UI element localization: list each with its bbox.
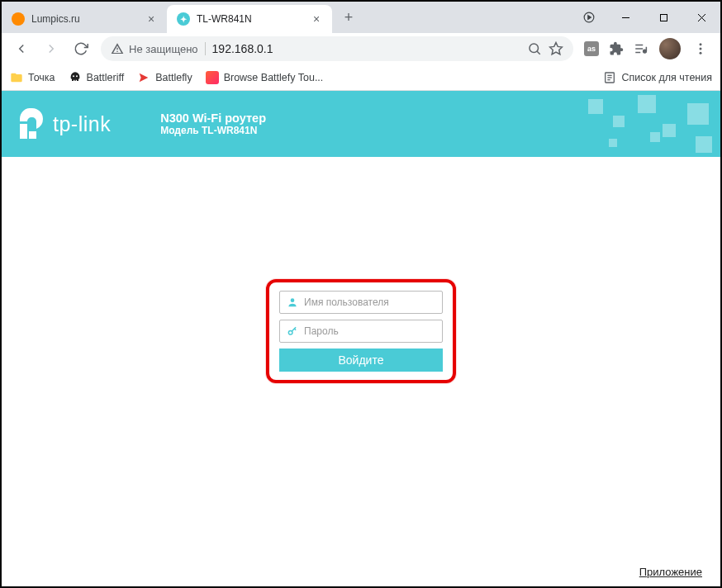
svg-rect-22 (29, 131, 36, 139)
battlefy-icon (206, 71, 219, 84)
svg-rect-25 (638, 95, 656, 113)
svg-point-31 (291, 298, 295, 302)
close-icon[interactable]: × (145, 13, 157, 25)
extensions-puzzle-icon[interactable] (605, 37, 628, 60)
bookmark-label: Browse Battlefy Tou... (224, 72, 324, 83)
divider (205, 42, 206, 55)
svg-rect-24 (613, 116, 625, 127)
svg-rect-29 (696, 136, 712, 153)
url-text: 192.168.0.1 (212, 42, 520, 55)
minimize-button[interactable] (606, 3, 644, 31)
lumpics-favicon-icon (12, 12, 25, 26)
address-row: Не защищено 192.168.0.1 as (2, 33, 720, 64)
bookmark-battlefy[interactable]: Browse Battlefy Tou... (206, 71, 324, 84)
bookmark-battleriff[interactable]: Battleriff (69, 71, 125, 84)
close-icon[interactable]: × (311, 13, 322, 25)
bookmark-label: Точка (28, 72, 55, 83)
reading-list-button[interactable]: Список для чтения (603, 71, 712, 84)
svg-marker-8 (550, 43, 563, 55)
reading-list-label: Список для чтения (621, 72, 712, 83)
insecure-warning[interactable]: Не защищено (111, 42, 198, 55)
address-bar[interactable]: Не защищено 192.168.0.1 (101, 36, 573, 61)
maximize-button[interactable] (644, 3, 682, 31)
svg-rect-26 (663, 124, 676, 137)
svg-point-14 (700, 43, 702, 45)
bookmarks-bar: Точка Battleriff Battlefly Browse Battle… (2, 64, 720, 91)
tab-title: TL-WR841N (197, 13, 304, 25)
reload-button[interactable] (68, 36, 94, 62)
svg-rect-3 (660, 14, 667, 21)
user-icon (287, 296, 298, 308)
menu-button[interactable] (687, 36, 714, 62)
tplink-header: tp-link N300 Wi-Fi роутер Модель TL-WR84… (2, 91, 720, 157)
back-button[interactable] (8, 36, 35, 62)
svg-rect-27 (687, 103, 709, 125)
brand-text: tp-link (53, 112, 111, 136)
model-subtitle: Модель TL-WR841N (160, 125, 266, 136)
model-title: N300 Wi-Fi роутер (160, 111, 266, 125)
svg-rect-30 (609, 139, 617, 147)
tab-title: Lumpics.ru (31, 13, 139, 25)
profile-avatar[interactable] (659, 38, 681, 59)
svg-point-15 (700, 48, 702, 50)
bookmark-label: Battlefly (155, 72, 192, 83)
svg-point-16 (700, 52, 702, 55)
tplink-favicon-icon: ✦ (177, 12, 190, 26)
tplink-logo-icon (18, 108, 46, 140)
new-tab-button[interactable]: + (337, 6, 360, 29)
star-icon[interactable] (549, 41, 563, 56)
model-info: N300 Wi-Fi роутер Модель TL-WR841N (160, 111, 266, 136)
login-area: Войдите (2, 157, 720, 383)
username-field-wrapper (279, 291, 443, 314)
app-link[interactable]: Приложение (639, 566, 702, 578)
bookmark-tochka[interactable]: Точка (10, 71, 55, 84)
tab-tlwr841n[interactable]: ✦ TL-WR841N × (167, 5, 332, 33)
svg-line-34 (294, 329, 296, 330)
svg-rect-21 (20, 124, 27, 139)
tab-lumpics[interactable]: Lumpics.ru × (2, 5, 167, 33)
page-content: tp-link N300 Wi-Fi роутер Модель TL-WR84… (2, 91, 720, 586)
login-button[interactable]: Войдите (279, 349, 443, 372)
login-form-highlight: Войдите (266, 279, 456, 383)
forward-button[interactable] (38, 36, 64, 62)
media-playing-icon[interactable] (582, 10, 596, 25)
svg-rect-23 (588, 99, 603, 114)
bookmark-label: Battleriff (87, 72, 125, 83)
close-window-button[interactable] (682, 3, 720, 31)
extensions: as (580, 37, 653, 60)
key-icon (287, 325, 298, 337)
svg-point-6 (530, 44, 539, 53)
browser-chrome: Lumpics.ru × ✦ TL-WR841N × + (2, 2, 720, 91)
svg-line-7 (537, 51, 540, 55)
reading-list-icon (603, 71, 616, 84)
password-input[interactable] (304, 325, 435, 337)
svg-rect-28 (650, 132, 660, 142)
zoom-icon[interactable] (527, 41, 542, 56)
tabs-row: Lumpics.ru × ✦ TL-WR841N × + (2, 2, 720, 33)
insecure-label: Не защищено (129, 43, 198, 55)
folder-icon (10, 71, 23, 84)
extension-lastfm-icon[interactable]: as (580, 37, 603, 60)
arrow-icon (137, 71, 150, 84)
playlist-icon[interactable] (629, 37, 653, 60)
header-decoration-icon (572, 91, 720, 157)
warning-icon (111, 42, 124, 55)
password-field-wrapper (279, 320, 443, 343)
tplink-logo: tp-link (18, 108, 111, 140)
username-input[interactable] (304, 296, 435, 308)
skull-icon (69, 71, 82, 84)
window-controls (606, 3, 720, 31)
svg-marker-1 (588, 16, 591, 20)
bookmark-battlefly[interactable]: Battlefly (137, 71, 192, 84)
